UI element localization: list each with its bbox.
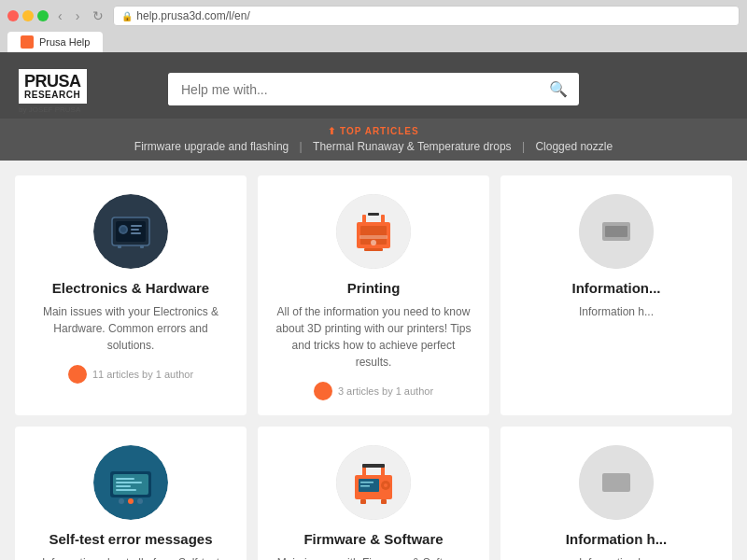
active-tab[interactable]: Prusa Help <box>7 32 103 52</box>
svg-rect-18 <box>364 248 383 251</box>
svg-rect-5 <box>131 225 142 227</box>
site-header: PRUSA RESEARCH by JOSEF PRUSA 🔍 ⬆ TOP AR… <box>0 52 747 161</box>
svg-rect-13 <box>362 215 366 226</box>
card-meta-text-electronics: 11 articles by 1 author <box>92 369 193 380</box>
top-article-link-3[interactable]: Clogged nozzle <box>535 140 613 153</box>
card-title-firmware: Firmware & Software <box>273 531 474 547</box>
card-meta-text-printing: 3 articles by 1 author <box>338 385 433 397</box>
minimize-button[interactable] <box>22 10 34 21</box>
top-articles-bar: ⬆ TOP ARTICLES Firmware upgrade and flas… <box>0 119 747 161</box>
svg-point-17 <box>371 240 376 245</box>
svg-rect-40 <box>381 499 387 504</box>
card-image-partial-bottom <box>579 445 654 520</box>
card-printing[interactable]: Printing All of the information you need… <box>258 175 489 415</box>
card-desc-partial-top: Information h... <box>515 303 717 320</box>
top-articles-links: Firmware upgrade and flashing | Thermal … <box>0 140 747 153</box>
svg-rect-21 <box>605 226 627 237</box>
logo-search-row: PRUSA RESEARCH by JOSEF PRUSA 🔍 <box>0 63 747 119</box>
separator-1: | <box>300 140 305 153</box>
back-button[interactable]: ‹ <box>54 7 66 25</box>
search-bar: 🔍 <box>168 73 579 105</box>
svg-rect-9 <box>140 245 144 248</box>
card-title-partial-top: Information... <box>515 280 717 296</box>
svg-rect-28 <box>116 489 136 491</box>
author-avatar-printing <box>314 382 332 400</box>
card-image-self-test <box>93 445 168 520</box>
card-electronics-hardware[interactable]: Electronics & Hardware Main issues with … <box>15 175 247 415</box>
forward-button[interactable]: › <box>72 7 84 25</box>
card-partial-bottom[interactable]: Information h... Information h... <box>500 427 732 560</box>
top-article-link-1[interactable]: Firmware upgrade and flashing <box>134 140 289 153</box>
card-title-electronics: Electronics & Hardware <box>30 280 232 296</box>
reload-button[interactable]: ↻ <box>89 7 107 25</box>
card-partial-top[interactable]: Information... Information h... <box>500 175 732 415</box>
card-desc-firmware: Main issues with Firmware & Software. Co… <box>273 554 474 560</box>
window-controls <box>7 10 49 21</box>
svg-point-31 <box>137 498 143 504</box>
logo-by-text: by JOSEF PRUSA <box>19 105 87 114</box>
svg-rect-14 <box>381 215 385 226</box>
logo[interactable]: PRUSA RESEARCH by JOSEF PRUSA <box>19 69 87 114</box>
svg-rect-6 <box>131 229 139 231</box>
card-meta-printing: 3 articles by 1 author <box>273 382 474 400</box>
card-image-printing <box>336 194 411 269</box>
logo-research-text: RESEARCH <box>24 90 81 100</box>
svg-rect-8 <box>118 245 121 248</box>
svg-rect-15 <box>359 235 388 239</box>
separator-2: | <box>522 140 528 153</box>
svg-rect-7 <box>131 232 141 234</box>
svg-point-4 <box>120 227 126 232</box>
logo-box: PRUSA RESEARCH <box>19 69 87 104</box>
svg-rect-26 <box>116 482 142 483</box>
browser-chrome: ‹ › ↻ 🔒 help.prusa3d.com/l/en/ Prusa Hel… <box>0 0 747 52</box>
svg-rect-27 <box>116 485 131 487</box>
card-title-printing: Printing <box>273 280 474 296</box>
svg-rect-16 <box>368 213 379 216</box>
svg-point-38 <box>384 483 388 487</box>
main-content: Electronics & Hardware Main issues with … <box>0 161 747 560</box>
tab-bar: Prusa Help <box>7 32 740 52</box>
card-desc-electronics: Main issues with your Electronics & Hard… <box>30 303 232 354</box>
top-article-link-2[interactable]: Thermal Runaway & Temperature drops <box>313 140 512 153</box>
svg-rect-45 <box>602 473 630 492</box>
card-image-electronics <box>93 194 168 269</box>
search-button[interactable]: 🔍 <box>538 73 579 105</box>
tab-title: Prusa Help <box>39 36 90 48</box>
address-bar[interactable]: 🔒 help.prusa3d.com/l/en/ <box>113 6 740 26</box>
card-firmware[interactable]: Firmware & Software Main issues with Fir… <box>258 427 489 560</box>
card-self-test[interactable]: Self-test error messages Information abo… <box>15 427 247 560</box>
card-image-partial-top <box>579 194 654 269</box>
svg-rect-43 <box>362 464 385 468</box>
logo-prusa-text: PRUSA <box>24 73 81 90</box>
card-desc-partial-bottom: Information h... <box>515 554 717 560</box>
cards-grid: Electronics & Hardware Main issues with … <box>15 175 732 560</box>
svg-rect-36 <box>360 485 370 487</box>
maximize-button[interactable] <box>37 10 49 21</box>
svg-rect-39 <box>360 499 366 504</box>
svg-rect-25 <box>116 478 134 480</box>
svg-rect-35 <box>360 482 374 483</box>
card-desc-printing: All of the information you need to know … <box>273 303 474 371</box>
svg-point-30 <box>128 498 134 504</box>
top-articles-label: ⬆ TOP ARTICLES <box>0 126 747 136</box>
card-image-firmware <box>336 445 411 520</box>
page-content: PRUSA RESEARCH by JOSEF PRUSA 🔍 ⬆ TOP AR… <box>0 52 747 560</box>
author-avatar-electronics <box>68 365 87 384</box>
lock-icon: 🔒 <box>121 11 133 21</box>
svg-rect-24 <box>113 474 148 495</box>
card-title-partial-bottom: Information h... <box>515 531 717 547</box>
search-input[interactable] <box>168 74 538 105</box>
card-title-self-test: Self-test error messages <box>30 531 232 547</box>
card-desc-self-test: Information about all of our Self-test e… <box>30 554 232 560</box>
card-meta-electronics: 11 articles by 1 author <box>30 365 232 384</box>
tab-favicon <box>21 35 34 49</box>
url-text: help.prusa3d.com/l/en/ <box>136 9 249 22</box>
svg-point-29 <box>119 498 124 504</box>
close-button[interactable] <box>7 10 19 21</box>
